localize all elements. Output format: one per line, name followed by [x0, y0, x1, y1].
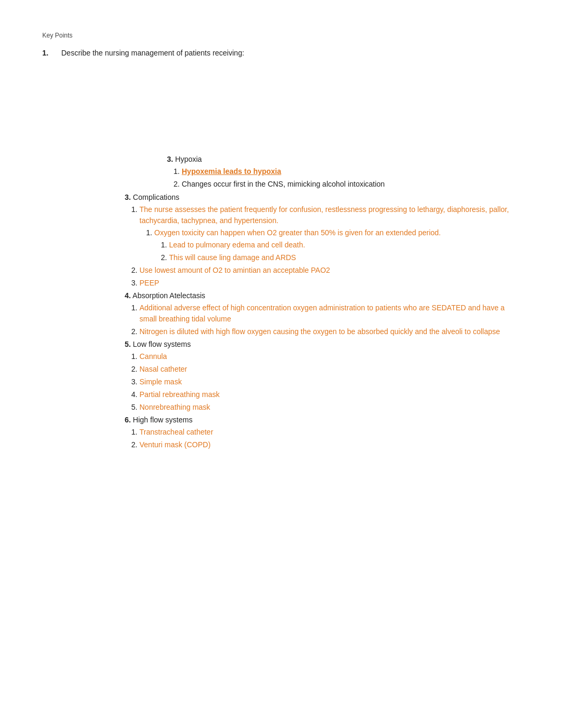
lowflow-sub-5: Nonrebreathing mask	[139, 402, 519, 413]
o2-toxicity-text: Oxygen toxicity can happen when O2 great…	[154, 228, 441, 237]
main-item-1: 1. Describe the nursing management of pa…	[42, 48, 519, 452]
hypoxia-label: Hypoxia	[175, 155, 202, 163]
comp-sub-2-text: Use lowest amount of O2 to amintian an a…	[139, 266, 330, 274]
hypoxemia-label: Hypoxemia leads to hypoxia	[182, 167, 281, 176]
absorption-sub-2-text: Nitrogen is diluted with high flow oxyge…	[139, 327, 500, 336]
absorption-sub-1-text: Additional adverse effect of high concen…	[139, 303, 504, 323]
absorption-label: Absorption Atelectasis	[133, 291, 205, 300]
lowflow-label: Low flow systems	[133, 340, 191, 348]
absorption-num: 4.	[125, 291, 131, 300]
lowflow-sub-2: Nasal catheter	[139, 364, 519, 375]
lowflow-sub-1: Cannula	[139, 351, 519, 362]
cns-changes-label: Changes occur first in the CNS, mimickin…	[182, 180, 385, 188]
comp-sub-1: The nurse assesses the patient frequentl…	[139, 204, 519, 263]
complications-num: 3.	[125, 193, 131, 201]
lung-damage-text: This will cause ling damage and ARDS	[169, 253, 296, 262]
comp-sub-3: PEEP	[139, 278, 519, 289]
comp-sub-3-text: PEEP	[139, 279, 159, 287]
hypoxia-item: 3. Hypoxia Hypoxemia leads to hypoxia Ch…	[167, 154, 519, 190]
comp-sub-1-text: The nurse assesses the patient frequentl…	[139, 205, 509, 225]
hypoxia-num: 3.	[167, 155, 173, 163]
highflow-item: 6. High flow systems Transtracheal cathe…	[125, 414, 519, 450]
complications-label: Complications	[133, 193, 180, 201]
o2-toxicity-item: Oxygen toxicity can happen when O2 great…	[154, 227, 519, 263]
highflow-label: High flow systems	[133, 416, 193, 424]
key-points-label: Key Points	[42, 32, 519, 39]
lowflow-sub-4: Partial rebreathing mask	[139, 389, 519, 400]
highflow-sub-2: Venturi mask (COPD)	[139, 439, 519, 450]
comp-sub-2: Use lowest amount of O2 to amintian an a…	[139, 265, 519, 276]
lung-damage-item: This will cause ling damage and ARDS	[169, 252, 519, 263]
lowflow-item: 5. Low flow systems Cannula Nasal cathet…	[125, 339, 519, 413]
hypoxemia-item: Hypoxemia leads to hypoxia	[182, 166, 519, 177]
main-item-1-num: 1.	[42, 48, 53, 452]
absorption-sub-1: Additional adverse effect of high concen…	[139, 302, 519, 325]
lowflow-sub-3: Simple mask	[139, 376, 519, 388]
complications-item: 3. Complications The nurse assesses the …	[125, 192, 519, 289]
highflow-sub-1: Transtracheal catheter	[139, 427, 519, 438]
pulmonary-edema-text: Lead to pulmonary edema and cell death.	[169, 241, 305, 249]
absorption-sub-2: Nitrogen is diluted with high flow oxyge…	[139, 326, 519, 337]
pulmonary-edema-item: Lead to pulmonary edema and cell death.	[169, 239, 519, 251]
main-item-1-text: Describe the nursing management of patie…	[61, 49, 244, 57]
cns-changes-item: Changes occur first in the CNS, mimickin…	[182, 179, 519, 190]
absorption-item: 4. Absorption Atelectasis Additional adv…	[125, 290, 519, 337]
